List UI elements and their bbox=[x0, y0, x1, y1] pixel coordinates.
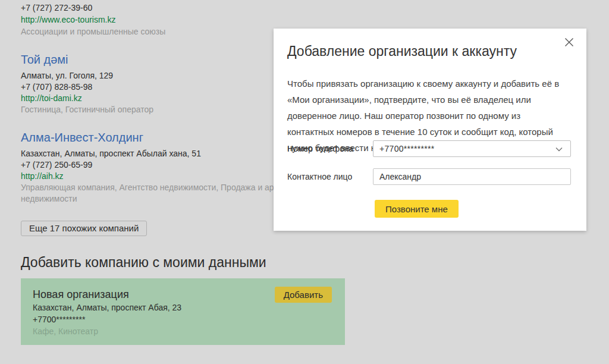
phone-select[interactable]: +7700********* bbox=[373, 140, 571, 157]
chevron-down-icon bbox=[554, 145, 564, 156]
close-x-glyph bbox=[564, 37, 575, 48]
contact-person-input[interactable] bbox=[373, 168, 571, 185]
contact-row: Контактное лицо bbox=[287, 168, 571, 185]
call-me-button[interactable]: Позвоните мне bbox=[375, 200, 459, 218]
phone-row: Номер телефона +7700********* bbox=[287, 140, 571, 157]
phone-label: Номер телефона bbox=[287, 144, 373, 153]
close-icon[interactable] bbox=[563, 36, 576, 49]
modal-title: Добавление организации к аккаунту bbox=[287, 43, 572, 60]
add-organization-modal: Добавление организации к аккаунту Чтобы … bbox=[274, 29, 586, 231]
phone-select-value: +7700********* bbox=[379, 144, 435, 153]
contact-label: Контактное лицо bbox=[287, 172, 373, 181]
modal-content: Добавление организации к аккаунту Чтобы … bbox=[274, 29, 586, 231]
